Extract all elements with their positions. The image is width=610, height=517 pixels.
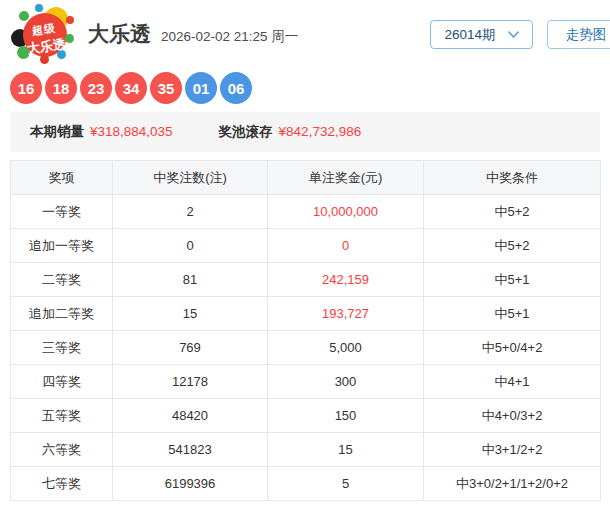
amount-cell: 150 bbox=[268, 399, 424, 433]
column-header-prize: 奖项 bbox=[11, 161, 113, 195]
front-ball: 23 bbox=[80, 72, 112, 104]
count-cell: 81 bbox=[113, 263, 268, 297]
logo-line1: 超级 bbox=[31, 21, 56, 36]
condition-cell: 中5+0/4+2 bbox=[424, 331, 601, 365]
count-cell: 769 bbox=[113, 331, 268, 365]
logo-dot bbox=[66, 16, 74, 24]
amount-cell: 5,000 bbox=[268, 331, 424, 365]
prize-name-cell: 追加一等奖 bbox=[11, 229, 113, 263]
table-row: 七等奖61993965中3+0/2+1/1+2/0+2 bbox=[11, 467, 601, 501]
prize-name-cell: 六等奖 bbox=[11, 433, 113, 467]
table-row: 追加二等奖15193,727中5+1 bbox=[11, 297, 601, 331]
condition-cell: 中5+2 bbox=[424, 229, 601, 263]
table-row: 一等奖210,000,000中5+2 bbox=[11, 195, 601, 229]
condition-cell: 中5+1 bbox=[424, 297, 601, 331]
ball-row: 16182334350106 bbox=[0, 64, 610, 104]
amount-cell: 242,159 bbox=[268, 263, 424, 297]
table-row: 追加一等奖00中5+2 bbox=[11, 229, 601, 263]
front-ball: 34 bbox=[115, 72, 147, 104]
sales-value: ¥318,884,035 bbox=[90, 124, 173, 139]
count-cell: 541823 bbox=[113, 433, 268, 467]
condition-cell: 中5+1 bbox=[424, 263, 601, 297]
logo-dot bbox=[35, 4, 43, 12]
prize-name-cell: 五等奖 bbox=[11, 399, 113, 433]
count-cell: 48420 bbox=[113, 399, 268, 433]
condition-cell: 中4+1 bbox=[424, 365, 601, 399]
table-row: 五等奖48420150中4+0/3+2 bbox=[11, 399, 601, 433]
pool-label: 奖池滚存 bbox=[219, 123, 273, 141]
draw-datetime: 2026-02-02 21:25 周一 bbox=[161, 28, 298, 46]
prize-name-cell: 追加二等奖 bbox=[11, 297, 113, 331]
prize-table-body: 一等奖210,000,000中5+2追加一等奖00中5+2二等奖81242,15… bbox=[11, 195, 601, 501]
amount-cell: 300 bbox=[268, 365, 424, 399]
prize-table: 奖项 中奖注数(注) 单注奖金(元) 中奖条件 一等奖210,000,000中5… bbox=[10, 160, 601, 501]
table-row: 六等奖54182315中3+1/2+2 bbox=[11, 433, 601, 467]
sales-group: 本期销量 ¥318,884,035 bbox=[30, 123, 173, 141]
issue-select-value: 26014期 bbox=[444, 26, 495, 44]
table-row: 四等奖12178300中4+1 bbox=[11, 365, 601, 399]
amount-cell: 5 bbox=[268, 467, 424, 501]
amount-cell: 10,000,000 bbox=[268, 195, 424, 229]
prize-name-cell: 二等奖 bbox=[11, 263, 113, 297]
logo-dot bbox=[40, 55, 49, 64]
sales-label: 本期销量 bbox=[30, 123, 84, 141]
condition-cell: 中3+1/2+2 bbox=[424, 433, 601, 467]
amount-cell: 193,727 bbox=[268, 297, 424, 331]
pool-value: ¥842,732,986 bbox=[279, 124, 362, 139]
issue-select[interactable]: 26014期 bbox=[430, 20, 533, 49]
condition-cell: 中5+2 bbox=[424, 195, 601, 229]
count-cell: 6199396 bbox=[113, 467, 268, 501]
count-cell: 12178 bbox=[113, 365, 268, 399]
prize-name-cell: 七等奖 bbox=[11, 467, 113, 501]
prize-name-cell: 四等奖 bbox=[11, 365, 113, 399]
prize-name-cell: 三等奖 bbox=[11, 331, 113, 365]
sales-bar: 本期销量 ¥318,884,035 奖池滚存 ¥842,732,986 bbox=[10, 112, 600, 152]
condition-cell: 中3+0/2+1/1+2/0+2 bbox=[424, 467, 601, 501]
chevron-down-icon bbox=[508, 31, 519, 38]
column-header-condition: 中奖条件 bbox=[424, 161, 601, 195]
title-wrap: 大乐透 2026-02-02 21:25 周一 bbox=[88, 20, 298, 48]
trend-chart-button[interactable]: 走势图 bbox=[547, 20, 610, 49]
header: 超级 大乐透 大乐透 2026-02-02 21:25 周一 26014期 走势… bbox=[0, 0, 610, 64]
table-row: 三等奖7695,000中5+0/4+2 bbox=[11, 331, 601, 365]
table-header-row: 奖项 中奖注数(注) 单注奖金(元) 中奖条件 bbox=[11, 161, 601, 195]
condition-cell: 中4+0/3+2 bbox=[424, 399, 601, 433]
table-row: 二等奖81242,159中5+1 bbox=[11, 263, 601, 297]
count-cell: 0 bbox=[113, 229, 268, 263]
amount-cell: 0 bbox=[268, 229, 424, 263]
back-ball: 06 bbox=[220, 72, 252, 104]
column-header-count: 中奖注数(注) bbox=[113, 161, 268, 195]
logo-text: 超级 大乐透 bbox=[21, 16, 70, 58]
back-ball: 01 bbox=[185, 72, 217, 104]
pool-group: 奖池滚存 ¥842,732,986 bbox=[219, 123, 362, 141]
prize-name-cell: 一等奖 bbox=[11, 195, 113, 229]
page-title: 大乐透 bbox=[88, 20, 151, 48]
count-cell: 15 bbox=[113, 297, 268, 331]
column-header-amount: 单注奖金(元) bbox=[268, 161, 424, 195]
front-ball: 18 bbox=[45, 72, 77, 104]
count-cell: 2 bbox=[113, 195, 268, 229]
super-lotto-logo: 超级 大乐透 bbox=[10, 4, 74, 64]
amount-cell: 15 bbox=[268, 433, 424, 467]
lottery-results-page: 超级 大乐透 大乐透 2026-02-02 21:25 周一 26014期 走势… bbox=[0, 0, 610, 517]
front-ball: 35 bbox=[150, 72, 182, 104]
front-ball: 16 bbox=[10, 72, 42, 104]
